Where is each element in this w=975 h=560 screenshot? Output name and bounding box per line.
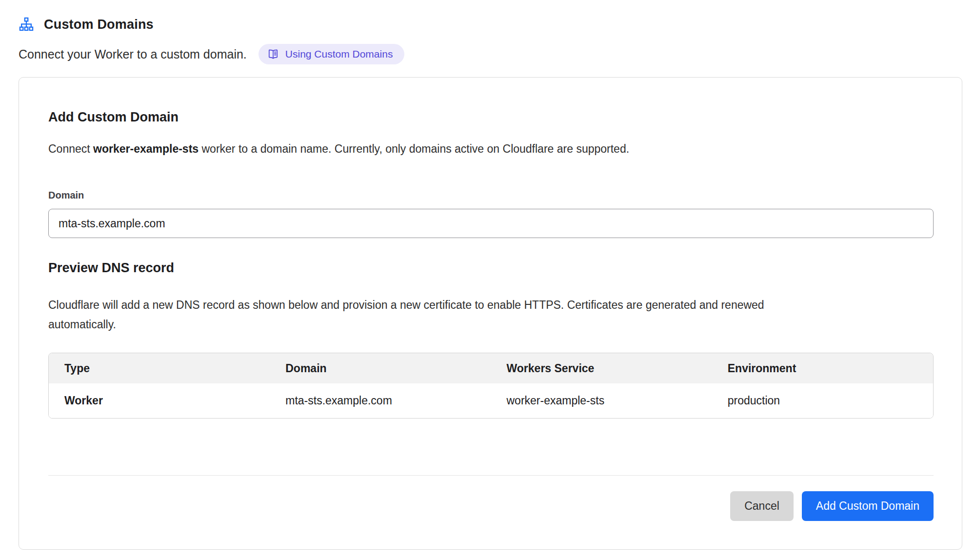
using-custom-domains-link[interactable]: Using Custom Domains: [259, 44, 405, 64]
worker-name: worker-example-sts: [93, 142, 199, 155]
add-custom-domain-button[interactable]: Add Custom Domain: [802, 491, 934, 521]
page-title: Custom Domains: [44, 17, 154, 32]
intro-suffix: worker to a domain name. Currently, only…: [199, 142, 629, 155]
column-header-domain: Domain: [270, 353, 491, 383]
intro-prefix: Connect: [48, 142, 93, 155]
column-header-type: Type: [49, 353, 270, 383]
cell-workers-service: worker-example-sts: [491, 383, 712, 418]
footer-divider: [48, 475, 934, 476]
cell-type: Worker: [49, 383, 270, 418]
open-book-icon: [267, 48, 279, 60]
footer-actions: Cancel Add Custom Domain: [48, 491, 934, 521]
hierarchy-icon: [19, 17, 34, 32]
cancel-button[interactable]: Cancel: [730, 491, 794, 521]
domain-input[interactable]: [48, 209, 934, 238]
using-custom-domains-label: Using Custom Domains: [285, 48, 393, 60]
page-subtitle: Connect your Worker to a custom domain.: [19, 47, 247, 61]
table-row: Worker mta-sts.example.com worker-exampl…: [49, 383, 933, 418]
cell-environment: production: [712, 383, 933, 418]
card-heading: Add Custom Domain: [48, 110, 934, 125]
card-intro-text: Connect worker-example-sts worker to a d…: [48, 142, 934, 156]
custom-domains-page: Custom Domains Connect your Worker to a …: [0, 0, 975, 560]
add-custom-domain-card: Add Custom Domain Connect worker-example…: [19, 77, 962, 550]
page-header: Custom Domains: [19, 17, 962, 32]
dns-preview-table: Type Domain Workers Service Environment …: [48, 353, 934, 419]
domain-field-label: Domain: [48, 190, 934, 201]
preview-dns-heading: Preview DNS record: [48, 260, 934, 276]
column-header-environment: Environment: [712, 353, 933, 383]
table-header-row: Type Domain Workers Service Environment: [49, 353, 933, 383]
preview-dns-description: Cloudflare will add a new DNS record as …: [48, 295, 770, 334]
page-subtitle-row: Connect your Worker to a custom domain. …: [19, 44, 962, 64]
column-header-workers-service: Workers Service: [491, 353, 712, 383]
cell-domain: mta-sts.example.com: [270, 383, 491, 418]
